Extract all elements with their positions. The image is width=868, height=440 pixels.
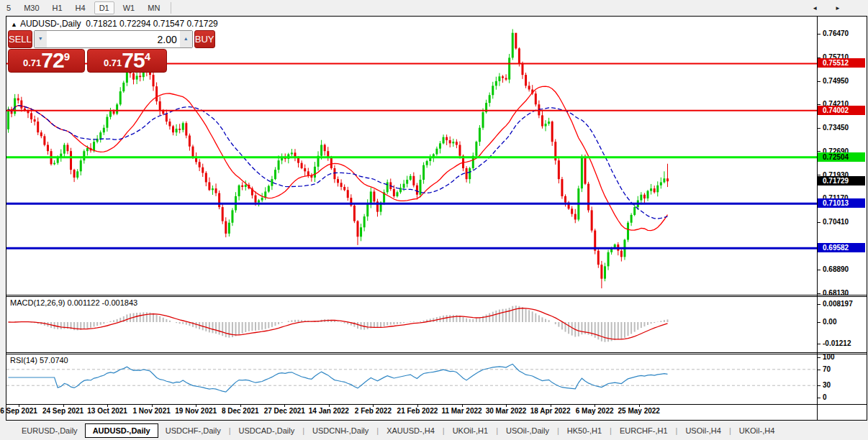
chart-tab-usoil-h4[interactable]: USOil-,H4 bbox=[678, 424, 728, 437]
hline-price-badge: 0.71013 bbox=[818, 198, 865, 208]
axis-tick-mark bbox=[818, 385, 820, 386]
axis-tick-mark bbox=[818, 293, 820, 294]
date-axis-label: 19 Nov 2021 bbox=[175, 407, 217, 415]
axis-tick-label: 100 bbox=[818, 353, 867, 362]
timeframe-button-w1[interactable]: W1 bbox=[119, 2, 140, 14]
date-axis-label: 2 Feb 2022 bbox=[355, 407, 392, 415]
current-price-badge: 0.71729 bbox=[818, 176, 865, 185]
timeframe-button-5[interactable]: 5 bbox=[2, 2, 15, 14]
axis-tick-label: 0.70410 bbox=[818, 218, 867, 226]
tab-separator: | bbox=[557, 426, 559, 435]
axis-tick-label: 0.00 bbox=[818, 318, 867, 326]
date-axis-label: 21 Feb 2022 bbox=[397, 407, 438, 415]
date-axis-label: 1 Nov 2021 bbox=[133, 407, 171, 415]
buy-price-big-digits: 75 bbox=[122, 50, 144, 70]
chart-tab-eurusd-daily[interactable]: EURUSD-,Daily bbox=[14, 424, 85, 437]
sell-price-pipette: 9 bbox=[64, 50, 70, 63]
chart-tab-ukoil-h1[interactable]: UKOil-,H1 bbox=[446, 424, 496, 437]
timeframe-button-d1[interactable]: D1 bbox=[94, 1, 114, 14]
hline-price-badge: 0.72504 bbox=[818, 152, 865, 162]
tab-scroll-right-icon[interactable]: ► bbox=[835, 5, 858, 12]
axis-tick-label: -0.01212 bbox=[818, 339, 867, 348]
timeframe-button-h4[interactable]: H4 bbox=[71, 2, 90, 14]
date-axis-label: 30 Mar 2022 bbox=[486, 407, 527, 415]
timeframe-button-h1[interactable]: H1 bbox=[48, 2, 67, 14]
sell-button[interactable]: SELL bbox=[8, 30, 32, 48]
chart-window: ▲AUDUSD-,Daily 0.71821 0.72294 0.71547 0… bbox=[6, 16, 867, 421]
axis-tick-label: 0.76470 bbox=[818, 29, 867, 38]
chart-tab-usdcnh-daily[interactable]: USDCNH-,Daily bbox=[305, 424, 376, 437]
axis-tick-mark bbox=[818, 128, 820, 129]
panel-separator bbox=[6, 352, 867, 353]
chart-tab-usdchf-daily[interactable]: USDCHF-,Daily bbox=[158, 424, 228, 437]
axis-tick-mark bbox=[818, 370, 820, 370]
axis-tick-mark bbox=[818, 344, 820, 344]
sell-price-display[interactable]: 0.71 72 9 bbox=[8, 49, 85, 73]
rsi-value: 57.0740 bbox=[40, 356, 68, 365]
axis-tick-mark bbox=[818, 34, 820, 35]
chart-ohlc-values: 0.71821 0.72294 0.71547 0.71729 bbox=[86, 19, 218, 29]
chart-tab-ukoil-h4[interactable]: UKOil-,H4 bbox=[732, 424, 782, 437]
symbol-tab-bar: EURUSD-,DailyAUDUSD-,DailyUSDCHF-,Daily|… bbox=[0, 421, 868, 440]
volume-input[interactable] bbox=[47, 31, 180, 47]
timeframe-toolbar: 5M30H1H4D1W1MN bbox=[0, 0, 868, 16]
chart-tab-usoil-daily[interactable]: USOil-,Daily bbox=[499, 424, 556, 437]
chart-tab-hk50-h1[interactable]: HK50-,H1 bbox=[560, 424, 609, 437]
axis-tick-label: 30 bbox=[818, 381, 867, 390]
chart-tab-xauusd-h4[interactable]: XAUUSD-,H4 bbox=[379, 424, 442, 437]
axis-tick-mark bbox=[818, 104, 820, 105]
axis-tick-mark bbox=[818, 81, 820, 82]
axis-tick-mark bbox=[818, 270, 820, 270]
date-axis-label: 6 May 2022 bbox=[576, 407, 614, 415]
volume-decrease-button[interactable]: ▼ bbox=[35, 31, 47, 47]
volume-increase-button[interactable]: ▲ bbox=[180, 31, 192, 47]
chart-title: ▲AUDUSD-,Daily 0.71821 0.72294 0.71547 0… bbox=[11, 19, 218, 29]
buy-price-pipette: 4 bbox=[145, 50, 150, 63]
axis-tick-label: 0.74950 bbox=[818, 77, 867, 86]
rsi-indicator-label: RSI(14) 57.0740 bbox=[10, 356, 68, 365]
axis-tick-label: 0.73450 bbox=[818, 124, 867, 132]
chart-tab-usdcad-daily[interactable]: USDCAD-,Daily bbox=[232, 424, 302, 437]
tab-separator: | bbox=[729, 426, 731, 435]
axis-tick-label: 0.68890 bbox=[818, 265, 867, 274]
macd-values: 0.001122 -0.001843 bbox=[67, 298, 137, 307]
sell-price-prefix: 0.71 bbox=[23, 58, 41, 68]
symbol-triangle-icon: ▲ bbox=[11, 21, 17, 28]
macd-indicator-label: MACD(12,26,9) 0.001122 -0.001843 bbox=[10, 298, 137, 307]
tab-separator: | bbox=[443, 426, 445, 435]
date-axis-label: 8 Dec 2021 bbox=[222, 407, 259, 415]
tab-separator: | bbox=[229, 426, 231, 435]
date-axis-label: 27 Dec 2021 bbox=[264, 407, 305, 415]
date-axis-label: 24 Sep 2021 bbox=[42, 407, 83, 415]
one-click-trading-widget: SELL ▼ ▲ BUY 0.71 72 9 0.71 75 4 bbox=[8, 30, 167, 73]
toolbar-separator bbox=[171, 2, 171, 14]
tab-separator: | bbox=[676, 426, 678, 435]
date-axis-label: 18 Apr 2022 bbox=[530, 407, 571, 415]
tab-scroll-arrows: ◄► bbox=[812, 5, 858, 12]
hline-price-badge: 0.69582 bbox=[818, 243, 865, 252]
axis-tick-label: 0.68130 bbox=[818, 289, 867, 298]
tab-separator: | bbox=[496, 426, 498, 435]
date-axis-label: 13 Oct 2021 bbox=[87, 407, 127, 415]
axis-tick-mark bbox=[818, 175, 820, 175]
buy-price-display[interactable]: 0.71 75 4 bbox=[87, 49, 167, 73]
chart-tab-eurchf-h1[interactable]: EURCHF-,H1 bbox=[612, 424, 675, 437]
panel-separator bbox=[6, 354, 867, 354]
date-axis-label: 6 Sep 2021 bbox=[0, 407, 37, 415]
buy-price-prefix: 0.71 bbox=[104, 58, 122, 68]
axis-tick-label: 0 bbox=[818, 393, 867, 402]
tab-scroll-left-icon[interactable]: ◄ bbox=[812, 5, 835, 12]
axis-tick-mark bbox=[818, 222, 820, 223]
volume-spinner: ▼ ▲ bbox=[34, 30, 193, 48]
axis-tick-mark bbox=[818, 357, 820, 358]
chart-tab-audusd-daily[interactable]: AUDUSD-,Daily bbox=[85, 423, 158, 438]
timeframe-button-m30[interactable]: M30 bbox=[19, 2, 43, 14]
chart-symbol-label: AUDUSD-,Daily bbox=[20, 19, 81, 29]
timeframe-button-mn[interactable]: MN bbox=[143, 2, 164, 14]
hline-price-badge: 0.75512 bbox=[818, 58, 865, 68]
rsi-panel-canvas[interactable] bbox=[6, 354, 817, 404]
axis-tick-mark bbox=[818, 322, 820, 323]
buy-button[interactable]: BUY bbox=[194, 30, 215, 48]
date-axis-label: 25 May 2022 bbox=[618, 407, 659, 415]
axis-tick-mark bbox=[818, 398, 820, 398]
